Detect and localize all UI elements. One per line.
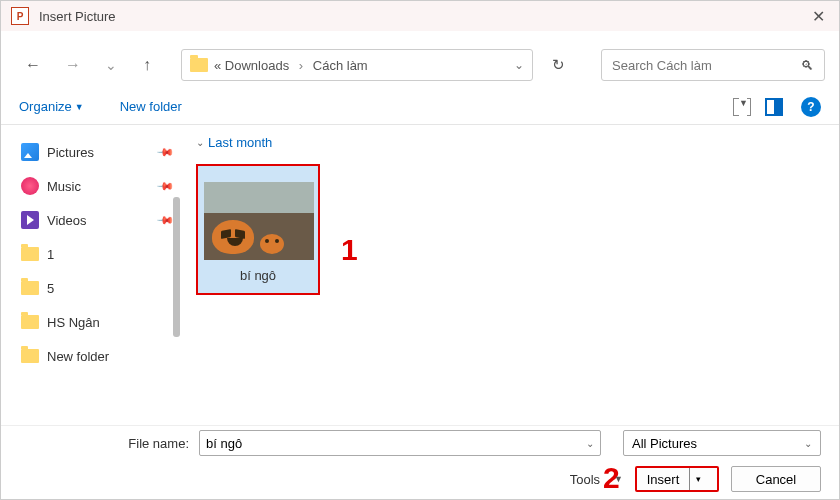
- breadcrumb[interactable]: « Downloads › Cách làm: [214, 58, 368, 73]
- recent-locations-button[interactable]: ⌄: [97, 51, 125, 79]
- address-dropdown-icon[interactable]: ⌄: [514, 58, 524, 72]
- sidebar-item-folder-1[interactable]: 1: [21, 237, 172, 271]
- tools-menu-label[interactable]: Tools: [570, 472, 600, 487]
- folder-icon: [21, 315, 39, 329]
- chevron-down-icon: ▼: [75, 102, 84, 112]
- file-type-filter[interactable]: All Pictures ⌄: [623, 430, 821, 456]
- toolbar: Organize ▼ New folder ▼ ?: [1, 89, 839, 125]
- close-button[interactable]: ✕: [808, 7, 829, 26]
- insert-label: Insert: [647, 472, 680, 487]
- address-bar[interactable]: « Downloads › Cách làm ⌄: [181, 49, 533, 81]
- view-dropdown-icon[interactable]: ▼: [739, 98, 747, 116]
- back-button[interactable]: ←: [19, 51, 47, 79]
- chevron-down-icon: ⌄: [804, 438, 812, 449]
- up-button[interactable]: ↑: [133, 51, 161, 79]
- body-area: Pictures 📌 Music 📌 Videos 📌 1 5 HS Ngân …: [1, 125, 839, 425]
- chevron-down-icon: ⌄: [196, 137, 204, 148]
- sidebar: Pictures 📌 Music 📌 Videos 📌 1 5 HS Ngân …: [1, 125, 176, 425]
- powerpoint-icon: P: [11, 7, 29, 25]
- pin-icon: 📌: [155, 210, 174, 229]
- filter-value: All Pictures: [632, 436, 697, 451]
- insert-button[interactable]: Insert ▾: [635, 466, 719, 492]
- cancel-button[interactable]: Cancel: [731, 466, 821, 492]
- insert-split-dropdown[interactable]: ▾: [689, 468, 707, 490]
- folder-icon: [21, 247, 39, 261]
- breadcrumb-prefix: «: [214, 58, 221, 73]
- nav-bar: ← → ⌄ ↑ « Downloads › Cách làm ⌄ ↻ 🔍︎: [1, 41, 839, 89]
- sidebar-item-label: Pictures: [47, 145, 94, 160]
- sidebar-item-label: Music: [47, 179, 81, 194]
- sidebar-item-videos[interactable]: Videos 📌: [21, 203, 172, 237]
- sidebar-item-label: Videos: [47, 213, 87, 228]
- sidebar-item-pictures[interactable]: Pictures 📌: [21, 135, 172, 169]
- sidebar-item-music[interactable]: Music 📌: [21, 169, 172, 203]
- chevron-down-icon[interactable]: ⌄: [586, 438, 594, 449]
- titlebar: P Insert Picture ✕: [1, 1, 839, 31]
- sidebar-item-label: HS Ngân: [47, 315, 100, 330]
- group-label: Last month: [208, 135, 272, 150]
- new-folder-button[interactable]: New folder: [120, 99, 182, 114]
- bottom-panel: File name: bí ngô ⌄ All Pictures ⌄ Tools…: [1, 425, 839, 499]
- pin-icon: 📌: [155, 142, 174, 161]
- sidebar-item-new-folder[interactable]: New folder: [21, 339, 172, 373]
- group-header-last-month[interactable]: ⌄ Last month: [196, 135, 839, 150]
- music-icon: [21, 177, 39, 195]
- refresh-button[interactable]: ↻: [541, 49, 575, 81]
- pin-icon: 📌: [155, 176, 174, 195]
- filename-input[interactable]: bí ngô ⌄: [199, 430, 601, 456]
- forward-button[interactable]: →: [59, 51, 87, 79]
- search-box[interactable]: 🔍︎: [601, 49, 825, 81]
- organize-label: Organize: [19, 99, 72, 114]
- preview-pane-button[interactable]: [765, 98, 783, 116]
- folder-icon: [21, 281, 39, 295]
- sidebar-item-label: 1: [47, 247, 54, 262]
- file-list[interactable]: ⌄ Last month bí ngô: [176, 125, 839, 425]
- file-thumbnail: [204, 182, 314, 260]
- breadcrumb-cach-lam[interactable]: Cách làm: [313, 58, 368, 73]
- folder-icon: [190, 58, 208, 72]
- filename-value: bí ngô: [206, 436, 242, 451]
- sidebar-item-folder-5[interactable]: 5: [21, 271, 172, 305]
- help-icon[interactable]: ?: [801, 97, 821, 117]
- file-item-bi-ngo[interactable]: bí ngô: [196, 164, 320, 295]
- search-icon[interactable]: 🔍︎: [801, 58, 814, 73]
- window-title: Insert Picture: [39, 9, 116, 24]
- filename-label: File name:: [19, 436, 189, 451]
- chevron-down-icon[interactable]: ▼: [614, 474, 623, 484]
- videos-icon: [21, 211, 39, 229]
- sidebar-scrollbar[interactable]: [173, 197, 180, 337]
- annotation-1: 1: [341, 233, 358, 267]
- search-input[interactable]: [612, 58, 801, 73]
- sidebar-item-label: 5: [47, 281, 54, 296]
- pictures-icon: [21, 143, 39, 161]
- file-label: bí ngô: [204, 268, 312, 283]
- breadcrumb-downloads[interactable]: Downloads: [225, 58, 289, 73]
- folder-icon: [21, 349, 39, 363]
- sidebar-item-label: New folder: [47, 349, 109, 364]
- organize-menu[interactable]: Organize ▼: [19, 99, 84, 114]
- sidebar-item-hs-ngan[interactable]: HS Ngân: [21, 305, 172, 339]
- chevron-right-icon: ›: [299, 58, 303, 73]
